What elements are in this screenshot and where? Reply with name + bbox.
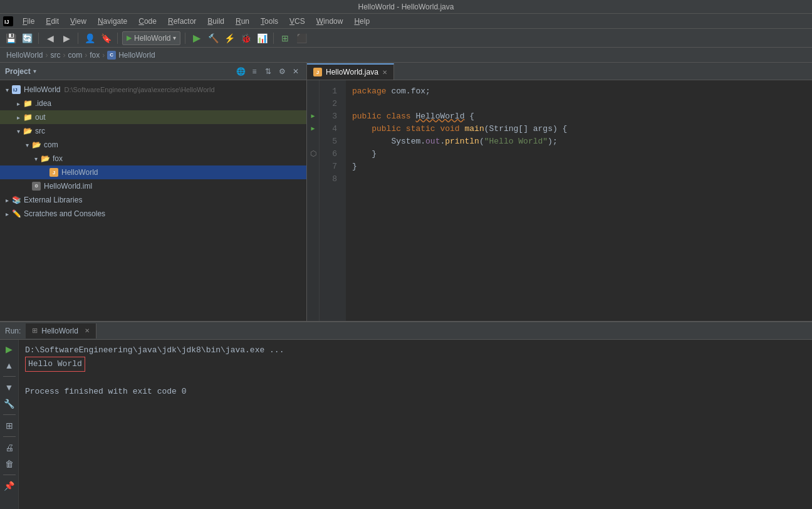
toolbar-run-btn[interactable]: ▶: [190, 31, 204, 45]
menu-tools[interactable]: Tools: [256, 16, 283, 27]
project-collapse-icon[interactable]: ≡: [249, 66, 260, 77]
breadcrumb-project[interactable]: HelloWorld: [6, 51, 43, 60]
tree-scratch-arrow: ▸: [3, 209, 11, 218]
menu-vcs[interactable]: VCS: [284, 16, 310, 27]
editor-area: J HelloWorld.java ✕ ▶ ▶: [307, 63, 812, 321]
toolbar-build-btn[interactable]: 🔨: [206, 31, 220, 45]
menu-build[interactable]: Build: [202, 16, 229, 27]
tree-out[interactable]: ▸ 📁 out: [0, 110, 306, 124]
menu-refactor[interactable]: Refactor: [163, 16, 201, 27]
toolbar-profile-btn[interactable]: ⚡: [222, 31, 236, 45]
project-dropdown-icon[interactable]: ▾: [33, 68, 36, 75]
breadcrumb-src[interactable]: src: [50, 51, 60, 60]
run-sidebar-sep-2: [3, 414, 16, 415]
tab-label: HelloWorld.java: [326, 68, 378, 76]
tree-src-label: src: [35, 127, 45, 135]
menu-code[interactable]: Code: [133, 16, 162, 27]
project-sort-icon[interactable]: ⇅: [263, 66, 274, 77]
bottom-tab-bar: Run: ⊞ HelloWorld ✕: [0, 322, 812, 340]
line-num-4: 4: [320, 123, 341, 135]
param-args: args: [533, 123, 553, 135]
run-gutter-icon-3[interactable]: ▶: [311, 110, 315, 123]
code-line-1: package com.fox ;: [352, 85, 812, 98]
run-sidebar-sep-1: [3, 376, 16, 377]
toolbar-sync-btn[interactable]: 🔄: [20, 31, 34, 45]
tree-root[interactable]: ▾ IJ HelloWorld D:\SoftwareEngineering\j…: [0, 83, 306, 97]
run-print-btn[interactable]: 🖨: [3, 441, 16, 454]
menu-window[interactable]: Window: [311, 16, 348, 27]
tree-ext-libs[interactable]: ▸ 📚 External Libraries: [0, 193, 306, 207]
code-line-2: [352, 98, 812, 110]
run-pin-btn[interactable]: 📌: [3, 479, 16, 493]
line-num-3: 3: [320, 110, 341, 123]
tree-idea-label: .idea: [35, 99, 51, 108]
toolbar-forward-btn[interactable]: ▶: [60, 31, 73, 45]
breadcrumb-helloworld[interactable]: HelloWorld: [118, 51, 155, 60]
tree-scratches[interactable]: ▸ ✏️ Scratches and Consoles: [0, 207, 306, 221]
menu-run[interactable]: Run: [231, 16, 254, 27]
tree-src-icon: 📂: [23, 126, 33, 136]
project-panel-header: Project ▾ 🌐 ≡ ⇅ ⚙ ✕: [0, 63, 306, 80]
sym-bracket: []: [518, 123, 528, 135]
run-trash-btn[interactable]: 🗑: [3, 457, 16, 471]
sym-dot-1: .: [420, 135, 425, 148]
menu-file[interactable]: File: [18, 16, 39, 27]
toolbar-stop-btn[interactable]: ⬛: [294, 31, 308, 45]
toolbar-navigate-btn[interactable]: 👤: [83, 31, 96, 45]
run-gutter-icon-4[interactable]: ▶: [311, 123, 315, 135]
toolbar-terminal-btn[interactable]: ⊞: [278, 31, 292, 45]
run-label: Run:: [5, 327, 21, 335]
project-locate-icon[interactable]: 🌐: [235, 66, 246, 77]
tab-close-btn[interactable]: ✕: [382, 69, 387, 76]
run-wrench-btn[interactable]: 🔧: [3, 397, 16, 411]
toolbar-back-btn[interactable]: ◀: [43, 31, 57, 45]
tree-src[interactable]: ▾ 📂 src: [0, 124, 306, 138]
line-num-2: 2: [320, 98, 341, 110]
breadcrumb: HelloWorld › src › com › fox › C HelloWo…: [0, 48, 812, 63]
editor-tab-helloworld[interactable]: J HelloWorld.java ✕: [307, 63, 394, 80]
bottom-tab-helloworld[interactable]: ⊞ HelloWorld ✕: [26, 323, 96, 338]
tree-idea[interactable]: ▸ 📁 .idea: [0, 97, 306, 110]
run-layout-btn[interactable]: ⊞: [3, 419, 16, 433]
tree-com[interactable]: ▾ 📂 com: [0, 138, 306, 152]
menu-edit[interactable]: Edit: [41, 16, 64, 27]
code-editor[interactable]: ▶ ▶ ⬡ 1 2 3 4: [307, 80, 812, 321]
cn-string: String: [489, 123, 519, 135]
sym-brace-close-2: }: [352, 160, 357, 173]
code-content[interactable]: package com.fox ; public class HelloWorl…: [346, 80, 812, 321]
menu-help[interactable]: Help: [349, 16, 375, 27]
tree-helloworld-iml[interactable]: ▸ ⚙ HelloWorld.iml: [0, 179, 306, 193]
kw-package: package: [352, 85, 387, 98]
breadcrumb-com[interactable]: com: [68, 51, 82, 60]
tree-idea-arrow: ▸: [14, 99, 23, 108]
tree-fox[interactable]: ▾ 📂 fox: [0, 152, 306, 165]
output-command-text: D:\SoftwareEngineering\java\jdk\jdk8\bin…: [25, 344, 284, 357]
tree-helloworld-class[interactable]: ▸ J HelloWorld: [0, 165, 306, 179]
run-down-btn[interactable]: ▼: [3, 380, 16, 394]
project-settings-icon[interactable]: ⚙: [276, 66, 288, 77]
tree-root-path: D:\SoftwareEngineering\java\exercise\Hel…: [64, 86, 214, 93]
menu-navigate[interactable]: Navigate: [93, 16, 132, 27]
menu-view[interactable]: View: [65, 16, 91, 27]
toolbar-save-btn[interactable]: 💾: [4, 31, 18, 45]
content-area: Project ▾ 🌐 ≡ ⇅ ⚙ ✕ ▾: [0, 63, 812, 321]
output-exit-text: Process finished with exit code 0: [25, 386, 186, 398]
code-line-8: [352, 173, 812, 186]
tree-root-icon: IJ: [11, 85, 21, 95]
project-panel: Project ▾ 🌐 ≡ ⇅ ⚙ ✕ ▾: [0, 63, 307, 321]
run-play-btn[interactable]: ▶: [3, 342, 16, 356]
run-config-dropdown[interactable]: ▶ HelloWorld ▾: [122, 31, 180, 45]
run-tab-close[interactable]: ✕: [85, 327, 90, 334]
toolbar-sep-3: [117, 33, 118, 44]
kw-void: void: [440, 123, 459, 135]
tree-ext-label: External Libraries: [24, 196, 82, 204]
toolbar-debug-btn[interactable]: 🐞: [239, 31, 252, 45]
run-up-btn[interactable]: ▲: [3, 359, 16, 372]
kw-static: static: [406, 123, 435, 135]
toolbar-coverage-btn[interactable]: 📊: [255, 31, 269, 45]
toolbar-bookmark-btn[interactable]: 🔖: [99, 31, 113, 45]
sym-brace-open-1: {: [469, 110, 474, 123]
svg-text:IJ: IJ: [13, 87, 18, 93]
breadcrumb-fox[interactable]: fox: [90, 51, 100, 60]
project-close-icon[interactable]: ✕: [290, 66, 301, 77]
